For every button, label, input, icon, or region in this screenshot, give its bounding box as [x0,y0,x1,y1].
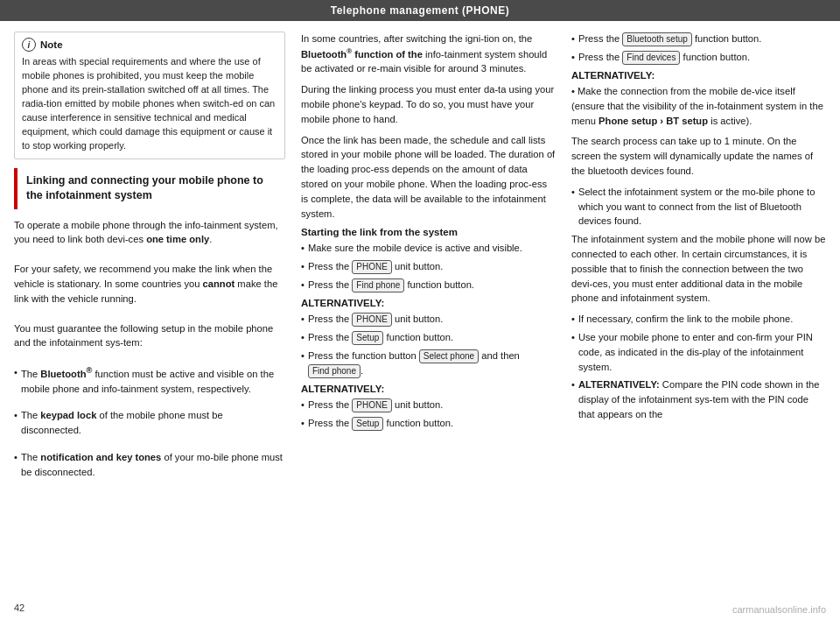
start-bullet-1: • Make sure the mobile device is active … [301,241,556,256]
watermark-text: carmanualsonline.info [732,604,826,615]
left-para-3: You must guarantee the following setup i… [14,321,285,351]
bullet-dot: • [14,365,18,396]
start-bullet-3-text: Press the Find phone function button. [308,278,474,292]
left-column: i Note In areas with special requirement… [14,32,285,609]
phone-btn-1: PHONE [352,260,392,274]
setup-btn-1: Setup [352,331,383,345]
right-column: • Press the Bluetooth setup function but… [571,32,826,609]
pin-bullet-text: Use your mobile phone to enter and con-f… [578,330,826,374]
bullet-dot: • [14,408,18,438]
page-header: Telephone management (PHONE) [0,0,840,21]
find-devices-btn: Find devices [622,51,680,65]
search-para: The search process can take up to 1 minu… [571,134,826,178]
left-bullet-1-text: The Bluetooth® function must be active a… [21,365,285,396]
starting-heading: Starting the link from the system [301,227,556,237]
bullet-dot: • [571,185,575,229]
connect-para: The infotainment system and the mobile p… [571,232,826,306]
alt1-bullet-1-text: Press the PHONE unit button. [308,312,443,327]
left-para-2: For your safety, we recommend you make t… [14,262,285,306]
main-content: i Note In areas with special requirement… [0,21,840,620]
bullet-dot: • [301,398,304,412]
bullet-dot: • [571,330,575,374]
alt2-bullet-1-text: Press the PHONE unit button. [308,398,443,412]
left-bullet-2-text: The keypad lock of the mobile phone must… [21,408,285,438]
select-bullet: • Select the infotainment system or the … [571,185,826,229]
note-label: Note [40,39,63,50]
note-text: In areas with special requirements and w… [22,55,277,153]
start-bullet-2: • Press the PHONE unit button. [301,259,556,274]
bullet-dot: • [301,349,304,378]
right-alt-heading: ALTERNATIVELY: [571,70,826,81]
middle-para-3: Once the link has been made, the schedul… [301,133,556,222]
alt2-bullet-2-text: Press the Setup function button. [308,416,453,431]
right-alt-text: • Make the connection from the mobile de… [571,84,826,128]
right-bullet-1-text: Press the Bluetooth setup function butto… [578,32,762,46]
right-bullet-2-text: Press the Find devices function button. [578,50,750,65]
left-bullet-1: • The Bluetooth® function must be active… [14,365,285,396]
bullet-dot: • [301,416,304,431]
bullet-dot: • [14,450,18,480]
bullet-dot: • [301,241,304,256]
start-bullet-3: • Press the Find phone function button. [301,278,556,292]
bullet-dot: • [301,278,304,292]
middle-para-2: During the linking process you must ente… [301,82,556,126]
alt2-bullet-2: • Press the Setup function button. [301,416,556,431]
page-title: Telephone management (PHONE) [331,4,509,17]
alt1-bullet-1: • Press the PHONE unit button. [301,312,556,327]
note-box: i Note In areas with special requirement… [14,32,285,159]
find-phone-btn-2: Find phone [308,364,360,378]
left-bullet-2: • The keypad lock of the mobile phone mu… [14,408,285,438]
pin-bullet: • Use your mobile phone to enter and con… [571,330,826,374]
alt1-bullet-3-text: Press the function button Select phone a… [308,349,556,378]
link-box: Linking and connecting your mobile phone… [14,168,285,209]
bullet-dot: • [571,50,575,65]
phone-btn-3: PHONE [352,398,392,412]
right-bullet-2: • Press the Find devices function button… [571,50,826,65]
link-box-title: Linking and connecting your mobile phone… [26,173,276,204]
middle-column: In some countries, after switching the i… [301,32,556,609]
confirm-bullet-text: If necessary, confirm the link to the mo… [578,312,793,327]
bullet-dot: • [301,259,304,274]
page: Telephone management (PHONE) i Note In a… [0,0,840,620]
alt1-bullet-2-text: Press the Setup function button. [308,330,453,345]
bluetooth-setup-btn: Bluetooth setup [622,32,692,46]
left-bullet-3-text: The notification and key tones of your m… [21,450,285,480]
alt1-bullet-3: • Press the function button Select phone… [301,349,556,378]
alt1-heading: ALTERNATIVELY: [301,298,556,308]
alt2-bullet-1: • Press the PHONE unit button. [301,398,556,412]
note-header: i Note [22,38,277,52]
alt1-bullet-2: • Press the Setup function button. [301,330,556,345]
bullet-dot: • [571,312,575,327]
find-phone-btn-1: Find phone [352,278,404,292]
bullet-dot: • [571,32,575,46]
left-bullet-3: • The notification and key tones of your… [14,450,285,480]
left-para-1: To operate a mobile phone through the in… [14,218,285,248]
bullet-dot: • [301,312,304,327]
page-number: 42 [14,602,24,613]
alt2-heading: ALTERNATIVELY: [301,384,556,394]
alt-compare-text: ALTERNATIVELY: Compare the PIN code show… [578,377,826,421]
alt-compare-bullet: • ALTERNATIVELY: Compare the PIN code sh… [571,377,826,421]
select-phone-btn: Select phone [419,349,479,363]
middle-para-1: In some countries, after switching the i… [301,32,556,76]
setup-btn-2: Setup [352,417,383,431]
right-bullet-1: • Press the Bluetooth setup function but… [571,32,826,46]
confirm-bullet: • If necessary, confirm the link to the … [571,312,826,327]
phone-btn-2: PHONE [352,313,392,327]
start-bullet-2-text: Press the PHONE unit button. [308,259,443,274]
info-icon: i [22,38,36,52]
bullet-dot: • [571,377,575,421]
select-bullet-text: Select the infotainment system or the mo… [578,185,826,229]
start-bullet-1-text: Make sure the mobile device is active an… [308,241,522,256]
bullet-dot: • [301,330,304,345]
